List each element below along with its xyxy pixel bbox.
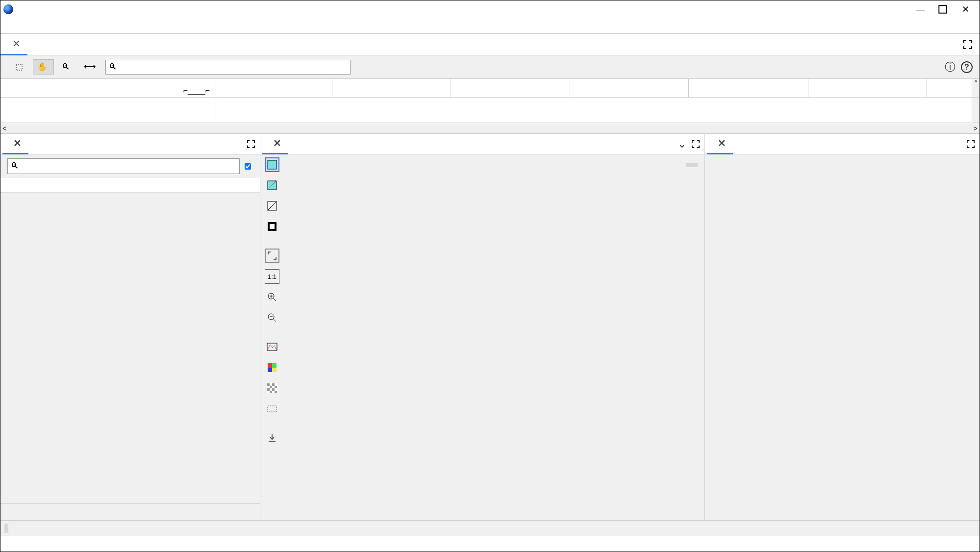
tick	[927, 79, 930, 97]
gpu-queue-track	[0, 98, 980, 123]
tab-framebuffer[interactable]: ✕	[262, 134, 288, 154]
regex-toggle[interactable]	[245, 163, 253, 170]
timing-icon: ⟷	[84, 62, 96, 72]
state-panel: ✕	[705, 134, 980, 520]
color-buffer-icon[interactable]	[265, 157, 279, 172]
selection-icon	[15, 63, 23, 71]
svg-rect-26	[267, 388, 270, 391]
zoom-fit-icon[interactable]	[265, 249, 279, 263]
zoom-out-icon[interactable]	[265, 310, 279, 325]
search-icon: 🔍︎	[109, 62, 117, 72]
mode-pan[interactable]: ✋	[33, 59, 54, 75]
background-icon[interactable]	[265, 381, 279, 396]
chevron-down-icon[interactable]: ⌄	[675, 137, 689, 151]
timeline-ticks[interactable]	[216, 79, 972, 97]
info-icon[interactable]: ⓘ	[943, 60, 957, 74]
svg-rect-23	[272, 383, 275, 386]
close-icon[interactable]: ✕	[13, 137, 22, 149]
help-icon[interactable]: ?	[961, 61, 973, 73]
svg-rect-19	[268, 368, 272, 372]
scale-label: ⌐____⌐	[183, 86, 212, 95]
close-icon[interactable]: ✕	[718, 137, 726, 149]
timeline-ruler: ⌐____⌐ ^	[0, 79, 980, 98]
command-search[interactable]: 🔍︎	[7, 158, 240, 174]
app-icon	[3, 4, 13, 14]
tab-pipeline[interactable]	[288, 134, 302, 154]
hide-attachments-button[interactable]	[686, 163, 698, 167]
svg-line-6	[268, 201, 276, 210]
wireframe-overlay-icon[interactable]	[265, 178, 279, 193]
maximize-panel-icon[interactable]	[244, 137, 258, 151]
zoom-actual-icon[interactable]: 1:1	[265, 269, 279, 284]
magnifier-icon: 🔍︎	[62, 62, 70, 72]
svg-rect-29	[275, 391, 277, 393]
flip-icon[interactable]	[265, 401, 279, 416]
track-lanes[interactable]	[216, 98, 972, 123]
svg-line-10	[273, 298, 276, 301]
profile-toolbar: ✋ 🔍︎ ⟷ 🔍︎ ⓘ ?	[0, 55, 980, 79]
svg-rect-30	[268, 406, 276, 412]
maximize-button[interactable]	[938, 5, 947, 14]
tab-shaders[interactable]	[329, 134, 343, 154]
command-search-input[interactable]	[19, 163, 236, 170]
svg-rect-1	[16, 64, 22, 70]
scroll-up-icon[interactable]: ^	[972, 79, 980, 97]
titlebar: — ✕	[0, 0, 980, 18]
zoom-in-icon[interactable]	[265, 290, 279, 304]
close-button[interactable]: ✕	[961, 5, 970, 14]
tick	[451, 79, 454, 97]
fullscreen-icon[interactable]	[961, 38, 975, 51]
tick	[570, 79, 573, 97]
svg-rect-22	[267, 383, 270, 386]
mode-selection[interactable]	[11, 61, 29, 73]
mode-timing[interactable]: ⟷	[80, 60, 101, 74]
svg-rect-2	[268, 160, 276, 169]
tab-state[interactable]: ✕	[707, 134, 733, 154]
track-filter[interactable]: 🔍︎	[105, 60, 351, 75]
scroll-left-icon[interactable]: <	[2, 125, 6, 132]
tab-textures[interactable]	[302, 134, 316, 154]
top-tabstrip: ✕	[0, 34, 980, 55]
menubar	[0, 18, 980, 34]
maximize-panel-icon[interactable]	[964, 137, 978, 151]
tick	[808, 79, 811, 97]
minimize-button[interactable]: —	[916, 5, 925, 14]
svg-rect-18	[272, 363, 276, 368]
mode-zoom[interactable]: 🔍︎	[58, 60, 76, 74]
scroll-right-icon[interactable]: >	[974, 125, 978, 132]
server-memory	[4, 524, 8, 533]
state-placeholder	[705, 154, 980, 520]
overdraw-icon[interactable]	[265, 219, 279, 234]
close-icon[interactable]: ✕	[12, 38, 21, 50]
channels-icon[interactable]	[265, 360, 279, 375]
commands-table	[0, 178, 260, 193]
vscroll-track[interactable]	[972, 98, 980, 123]
hand-icon: ✋	[37, 62, 48, 72]
timeline-hscroll[interactable]: < >	[0, 123, 980, 134]
framebuffer-toolbar: 1:1	[260, 154, 284, 520]
track-filter-input[interactable]	[119, 63, 347, 72]
wireframe-only-icon[interactable]	[265, 199, 279, 213]
close-icon[interactable]: ✕	[273, 137, 281, 149]
svg-rect-27	[272, 388, 275, 391]
framebuffer-placeholder	[284, 176, 704, 520]
svg-rect-8	[270, 224, 275, 229]
statusbar	[0, 520, 980, 536]
framebuffer-panel: ✕ ⌄ 1:1	[260, 134, 705, 520]
maximize-panel-icon[interactable]	[689, 137, 703, 151]
svg-rect-24	[270, 386, 272, 388]
tab-profile[interactable]: ✕	[0, 34, 27, 55]
tab-commands[interactable]: ✕	[2, 134, 28, 154]
regex-checkbox[interactable]	[245, 163, 251, 170]
svg-line-14	[273, 319, 276, 322]
svg-rect-20	[272, 368, 276, 372]
save-icon[interactable]	[265, 431, 279, 446]
tab-geometry[interactable]	[316, 134, 329, 154]
svg-rect-0	[939, 5, 946, 13]
tick	[332, 79, 335, 97]
svg-rect-25	[275, 386, 277, 388]
search-icon: 🔍︎	[11, 161, 19, 171]
svg-rect-28	[270, 391, 272, 393]
track-label	[0, 98, 216, 123]
histogram-icon[interactable]	[265, 340, 279, 354]
